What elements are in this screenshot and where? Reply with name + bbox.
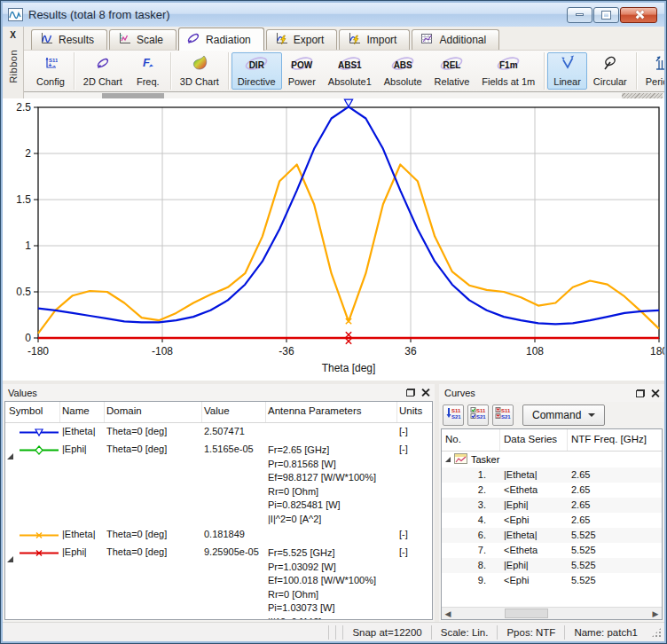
command-label: Command — [532, 409, 581, 421]
ribbon-button-absolute[interactable]: ABSAbsolute — [378, 52, 428, 90]
ribbon-button-absolute1[interactable]: ABS1Absolute1 — [322, 52, 378, 90]
s-params-add-button[interactable]: S11S21 — [443, 404, 464, 426]
values-header-domain: Domain — [105, 402, 202, 422]
curves-group-row[interactable]: Tasker — [442, 452, 662, 467]
ribbon-button-circular[interactable]: Circular — [587, 52, 633, 90]
ribbon-button-3d-chart[interactable]: 3D Chart — [174, 52, 225, 90]
app-icon — [8, 8, 23, 21]
ribbon-button-linear[interactable]: Linear — [547, 52, 587, 90]
values-row-2[interactable]: |Ephi|Theta=0 [deg]1.5165e-05Fr=2.65 [GH… — [5, 441, 432, 526]
values-row-3[interactable]: |Etheta|Theta=0 [deg]0.181849[-] — [5, 526, 432, 544]
expander-icon[interactable] — [7, 443, 13, 459]
s-params-remove-button[interactable]: S11S21 — [492, 404, 514, 426]
svg-text:S11: S11 — [451, 408, 461, 413]
status-cell — [328, 625, 335, 640]
ribbon-button-config[interactable]: S11+ -Config — [30, 52, 71, 90]
curves-row-9[interactable]: 9.<Ephi5.525 — [442, 573, 662, 588]
close-panel-icon[interactable] — [421, 389, 429, 397]
chart-area[interactable]: -180-108-363610818000.511.522.5Theta [de… — [3, 98, 664, 381]
marker-x[interactable] — [346, 338, 351, 343]
svg-text:S21: S21 — [451, 414, 461, 420]
ribbon-scrollbar-hatch — [622, 93, 663, 98]
curve-domain: Theta=0 [deg] — [105, 425, 202, 436]
radiation-loop-icon: REL — [438, 55, 465, 75]
ribbon-button-periodic[interactable]: Periodic — [640, 52, 664, 90]
ribbon-rail: X Ribbon — [3, 27, 24, 98]
ribbon-button-2d-chart[interactable]: 2D Chart — [77, 52, 129, 90]
linear-icon — [559, 55, 577, 75]
tab-scale[interactable]: Scale — [109, 29, 177, 50]
svg-text:F: F — [143, 56, 151, 69]
horizontal-scrollbar[interactable]: ◀▶ — [442, 607, 662, 619]
antenna-parameter: Pr=0.81568 [W] — [268, 458, 395, 472]
marker-x[interactable] — [346, 332, 351, 337]
tab-results[interactable]: Results — [31, 29, 107, 50]
values-header-value: Value — [202, 402, 266, 422]
scrollbar-track[interactable] — [454, 608, 649, 619]
antenna-parameter: Ef=98.8127 [W/W*100%] — [268, 471, 395, 485]
close-button[interactable] — [620, 7, 657, 23]
minimize-button[interactable] — [567, 7, 592, 23]
expander-icon[interactable] — [445, 457, 451, 462]
curve-number: 9. — [442, 573, 500, 588]
resize-grip[interactable] — [650, 626, 663, 639]
curve-name: |Ephi| — [60, 546, 105, 557]
values-row-4[interactable]: |Ephi|Theta=0 [deg]9.25905e-05Fr=5.525 [… — [5, 544, 432, 620]
curves-row-8[interactable]: 8.|Ephi|5.525 — [442, 558, 662, 573]
scroll-left-arrow[interactable]: ◀ — [442, 608, 454, 619]
curves-table: No.Data SeriesNTF Freq. [GHz]Tasker1.|Et… — [441, 428, 663, 620]
tab-label: Radiation — [206, 34, 251, 46]
radiation-chart[interactable]: -180-108-363610818000.511.522.5Theta [de… — [3, 98, 664, 381]
curve-value: 2.507471 — [202, 425, 266, 436]
antenna-parameter: Fr=2.65 [GHz] — [268, 444, 395, 458]
x-tick-label: -180 — [27, 345, 49, 357]
chart-bolt-icon — [274, 32, 288, 49]
curve-number: 7. — [442, 543, 500, 558]
command-dropdown[interactable]: Command — [522, 404, 605, 426]
status-item-ppos: Ppos: NTF — [497, 625, 564, 640]
curve-number: 1. — [442, 467, 500, 483]
tab-radiation[interactable]: Radiation — [178, 27, 264, 51]
svg-text:S11: S11 — [476, 408, 486, 413]
curves-row-4[interactable]: 4.<Ephi2.65 — [442, 513, 662, 528]
curves-row-1[interactable]: 1.|Etheta|2.65 — [442, 467, 662, 483]
y-tick-label: 2.5 — [16, 101, 31, 114]
maximize-button[interactable] — [593, 7, 619, 23]
curves-row-6[interactable]: 6.|Etheta|5.525 — [442, 528, 662, 543]
antenna-parameters: Fr=5.525 [GHz]Pr=1.03092 [W]Ef=100.018 [… — [266, 546, 397, 620]
curve-freq: 2.65 — [568, 467, 662, 483]
x-axis-title: Theta [deg] — [322, 362, 376, 374]
ribbon-button-power[interactable]: POWPower — [282, 52, 322, 90]
scroll-right-arrow[interactable]: ▶ — [649, 608, 662, 619]
radiation-loop-icon: POW — [288, 55, 315, 75]
tab-label: Import — [366, 34, 396, 46]
curve-freq: 5.525 — [568, 558, 662, 573]
antenna-parameters — [266, 528, 397, 529]
expander-icon[interactable] — [7, 546, 13, 562]
ribbon-close-button[interactable]: X — [6, 29, 20, 43]
ribbon-scrollbar-grip[interactable] — [102, 93, 164, 98]
curves-row-7[interactable]: 7.<Etheta5.525 — [442, 543, 662, 558]
curves-row-2[interactable]: 2.<Etheta2.65 — [442, 483, 662, 498]
ribbon-button-fields-at-1m[interactable]: F1mFields at 1m — [475, 52, 541, 90]
scrollbar-thumb[interactable] — [505, 609, 547, 618]
tab-export[interactable]: Export — [266, 29, 338, 50]
ribbon-button-directive[interactable]: DIRDirective — [231, 52, 282, 90]
ribbon-rail-label: Ribbon — [8, 50, 19, 83]
curves-row-3[interactable]: 3.|Ephi|2.65 — [442, 498, 662, 513]
s11-config-icon: S11+ - — [43, 56, 58, 74]
ribbon-button-freq[interactable]: FFreq. — [129, 52, 168, 90]
chart-grid-icon — [420, 32, 434, 49]
curve-freq: 2.65 — [568, 483, 662, 498]
values-row-1[interactable]: |Etheta|Theta=0 [deg]2.507471[-] — [5, 423, 432, 441]
float-panel-icon[interactable] — [406, 389, 415, 397]
tab-additional[interactable]: Additional — [412, 29, 499, 50]
curve-freq: 2.65 — [568, 498, 662, 513]
close-panel-icon[interactable] — [651, 389, 659, 397]
ribbon-button-relative[interactable]: RELRelative — [428, 52, 476, 90]
s-params-check-button[interactable]: S11S21 — [467, 404, 489, 426]
close-icon — [634, 10, 644, 20]
marker-triangle-down[interactable] — [345, 99, 353, 106]
float-panel-icon[interactable] — [636, 389, 645, 397]
tab-import[interactable]: Import — [339, 29, 410, 50]
